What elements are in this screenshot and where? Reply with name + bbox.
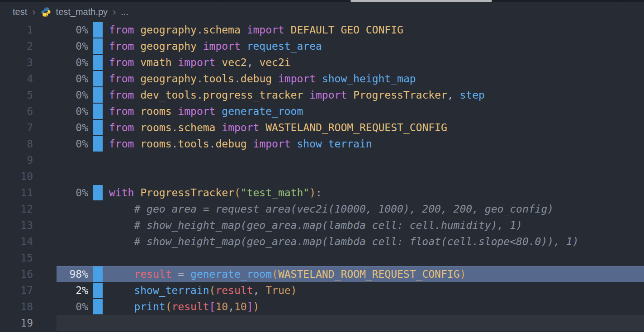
code-token: .: [172, 138, 178, 150]
code-token: debug: [215, 138, 246, 150]
indent-guide-line: [111, 250, 111, 266]
code-token: from: [109, 122, 140, 133]
code-line[interactable]: 1698% result = generate_room(WASTELAND_R…: [0, 266, 644, 282]
editor-code-area[interactable]: 10%from geography.schema import DEFAULT_…: [0, 22, 644, 331]
code-token: ,: [247, 57, 260, 68]
breadcrumb: test › test_math.py › ...: [0, 2, 644, 22]
code-token: # geo_area = request_area(vec2i(10000, 1…: [109, 203, 554, 215]
code-line[interactable]: 80%from rooms.tools.debug import show_te…: [0, 136, 644, 152]
coverage-percent: 0%: [33, 136, 88, 152]
code-token: [109, 268, 134, 280]
line-number: 7: [0, 119, 33, 136]
code-line[interactable]: 13 # show_height_map(geo_area.map(lambda…: [0, 217, 644, 233]
code-line[interactable]: 50%from dev_tools.progress_tracker impor…: [0, 87, 644, 103]
code-text: # show_height_map(geo_area.map(lambda ce…: [109, 233, 579, 250]
code-line[interactable]: 70%from rooms.schema import WASTELAND_RO…: [0, 119, 644, 136]
code-line[interactable]: 60%from rooms import generate_room: [0, 103, 644, 119]
code-token: import: [197, 40, 247, 52]
code-text: from rooms import generate_room: [109, 103, 303, 119]
code-token: WASTELAND_ROOM_REQUEST_CONFIG: [278, 268, 460, 280]
code-text: with ProgressTracker("test_math"):: [109, 185, 322, 201]
code-token: [: [209, 301, 216, 313]
line-number: 2: [0, 38, 33, 54]
code-text: from geography.tools.debug import show_h…: [109, 71, 416, 87]
code-token: True: [265, 285, 290, 296]
line-number: 19: [0, 315, 33, 331]
line-number: 5: [0, 87, 33, 103]
code-token: ): [291, 285, 297, 296]
line-number: 4: [0, 71, 33, 87]
code-text: from rooms.schema import WASTELAND_ROOM_…: [109, 119, 447, 136]
line-number: 10: [0, 168, 33, 185]
code-token: # show_height_map(geo_area.map(lambda ce…: [109, 236, 579, 247]
coverage-indicator: [93, 185, 103, 200]
breadcrumb-symbol-more[interactable]: ...: [121, 7, 128, 17]
code-token: DEFAULT_GEO_CONFIG: [291, 24, 403, 36]
code-token: generate_room: [190, 268, 272, 280]
code-text: from rooms.tools.debug import show_terra…: [109, 136, 372, 152]
code-line[interactable]: 12 # geo_area = request_area(vec2i(10000…: [0, 201, 644, 217]
code-token: tools: [178, 138, 209, 150]
code-token: debug: [241, 73, 272, 85]
code-text: from vmath import vec2, vec2i: [109, 54, 291, 71]
code-line[interactable]: 30%from vmath import vec2, vec2i: [0, 54, 644, 71]
code-token: 10: [215, 301, 228, 313]
code-line[interactable]: 14 # show_height_map(geo_area.map(lambda…: [0, 233, 644, 250]
code-token: :: [316, 187, 322, 199]
line-number: 15: [0, 250, 33, 266]
code-token: .: [209, 138, 216, 150]
code-line[interactable]: 40%from geography.tools.debug import sho…: [0, 71, 644, 87]
code-token: from: [109, 57, 140, 68]
coverage-indicator: [93, 71, 103, 86]
coverage-indicator: [93, 87, 103, 103]
line-number: 17: [0, 282, 33, 299]
code-token: import: [247, 138, 297, 150]
code-token: result: [172, 301, 209, 313]
editor-window: { "colors": { "background": "#272b34", "…: [0, 0, 644, 332]
code-line[interactable]: 10: [0, 168, 644, 185]
code-line[interactable]: 110%with ProgressTracker("test_math"):: [0, 185, 644, 201]
coverage-indicator: [93, 283, 103, 298]
chevron-right-icon: ›: [32, 8, 35, 17]
code-line[interactable]: 9: [0, 152, 644, 168]
code-token: import: [172, 105, 222, 117]
code-line[interactable]: 172% show_terrain(result, True): [0, 282, 644, 299]
python-icon: [41, 7, 51, 17]
line-number: 18: [0, 299, 33, 315]
coverage-indicator: [93, 120, 103, 135]
code-line[interactable]: 19: [0, 315, 644, 331]
code-token: vec2i: [259, 57, 290, 68]
scrollbar-thumb[interactable]: [350, 0, 492, 2]
breadcrumb-file[interactable]: test_math.py: [56, 7, 108, 17]
code-token: (: [272, 268, 278, 280]
code-token: request_area: [247, 40, 322, 52]
code-token: result: [134, 268, 171, 280]
code-token: with: [109, 187, 140, 199]
code-token: geography: [140, 24, 197, 36]
line-number: 9: [0, 152, 33, 168]
code-token: geography: [140, 40, 197, 52]
code-token: generate_room: [222, 105, 303, 117]
code-line[interactable]: 10%from geography.schema import DEFAULT_…: [0, 22, 644, 38]
code-token: .: [234, 73, 241, 85]
coverage-indicator: [93, 266, 103, 282]
coverage-indicator: [93, 55, 103, 70]
code-line[interactable]: 15: [0, 250, 644, 266]
breadcrumb-folder[interactable]: test: [13, 7, 27, 17]
coverage-percent: 0%: [33, 38, 88, 54]
code-text: from dev_tools.progress_tracker import P…: [109, 87, 485, 103]
code-token: show_terrain: [134, 285, 209, 296]
code-line[interactable]: 20%from geography import request_area: [0, 38, 644, 54]
code-token: "test_math": [241, 187, 309, 199]
code-token: import: [172, 57, 222, 68]
code-token: vec2: [222, 57, 246, 68]
coverage-percent: 2%: [33, 282, 88, 299]
code-token: print: [134, 301, 165, 313]
code-token: import: [241, 24, 291, 36]
code-token: (: [209, 285, 216, 296]
code-line[interactable]: 180% print(result[10,10]): [0, 299, 644, 315]
coverage-percent: 98%: [33, 266, 88, 282]
line-number: 14: [0, 233, 33, 250]
code-text: result = generate_room(WASTELAND_ROOM_RE…: [109, 266, 466, 282]
chevron-right-icon: ›: [113, 8, 116, 17]
